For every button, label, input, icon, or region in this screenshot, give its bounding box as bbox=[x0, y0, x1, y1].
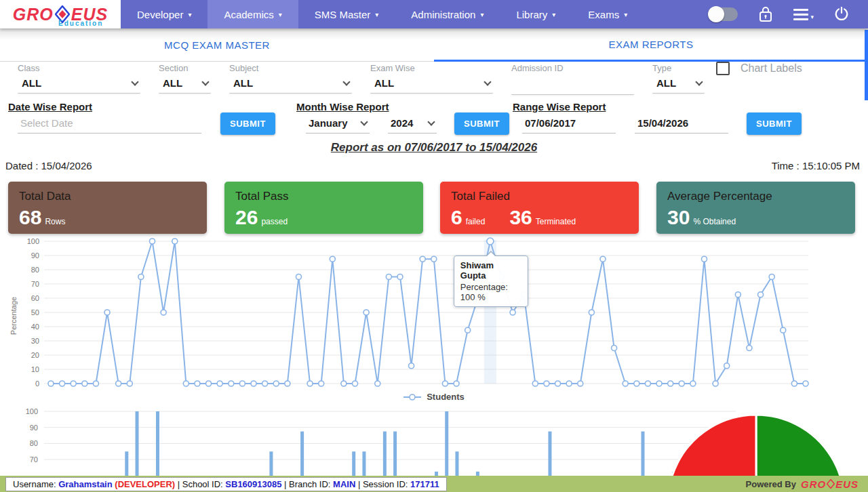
power-icon[interactable] bbox=[834, 7, 849, 22]
month-wise-submit-button[interactable]: SUBMIT bbox=[454, 112, 509, 135]
chevron-down-icon bbox=[131, 78, 138, 85]
nav-item-developer[interactable]: Developer▾ bbox=[121, 0, 208, 28]
chart-labels-label: Chart Labels bbox=[741, 62, 802, 75]
nav-item-library[interactable]: Library▾ bbox=[500, 0, 572, 28]
range-from-date-input[interactable]: 07/06/2017 bbox=[522, 116, 616, 134]
svg-text:70: 70 bbox=[30, 455, 38, 464]
navbar-right-controls: ▾ bbox=[709, 0, 868, 28]
tab-bar: MCQ EXAM MASTER EXAM REPORTS bbox=[0, 28, 868, 62]
chevron-down-icon bbox=[360, 118, 368, 125]
brand-text-left: GRO bbox=[13, 5, 54, 24]
svg-text:50: 50 bbox=[31, 308, 39, 316]
admission-id-label: Admission ID bbox=[511, 63, 634, 73]
nav-item-administration[interactable]: Administration▾ bbox=[395, 0, 500, 28]
footer-brand-right: EUS bbox=[835, 478, 859, 490]
chevron-down-icon bbox=[342, 78, 350, 85]
card-total-data: Total Data68Rows bbox=[8, 182, 207, 234]
date-wise-submit-button[interactable]: SUBMIT bbox=[220, 112, 275, 135]
chart-legend[interactable]: Students bbox=[0, 392, 868, 402]
chevron-down-icon: ▾ bbox=[624, 11, 627, 18]
chevron-down-icon bbox=[201, 78, 209, 85]
nav-item-academics[interactable]: Academics▾ bbox=[208, 0, 298, 28]
nav-item-sms-master[interactable]: SMS Master▾ bbox=[298, 0, 395, 28]
lock-icon[interactable] bbox=[758, 6, 773, 22]
chart-labels-control: Chart Labels bbox=[716, 62, 802, 75]
class-select-value: ALL bbox=[22, 77, 41, 89]
admission-id-filter: Admission ID bbox=[511, 63, 634, 95]
legend-marker-icon bbox=[403, 394, 421, 401]
month-wise-report-title: Month Wise Report bbox=[296, 101, 389, 112]
session-info-segment: | School ID: bbox=[175, 479, 225, 489]
nav-item-label: Exams bbox=[588, 9, 619, 20]
month-select-value: January bbox=[309, 117, 348, 129]
date-wise-report-title: Date Wise Report bbox=[8, 101, 92, 112]
session-info: Username: Grahamstain (DEVELOPER) | Scho… bbox=[5, 477, 447, 491]
card-values: 26passed bbox=[235, 207, 412, 228]
tab-exam-reports[interactable]: EXAM REPORTS bbox=[434, 28, 868, 62]
svg-text:40: 40 bbox=[31, 323, 39, 331]
range-from-value: 07/06/2017 bbox=[525, 117, 576, 129]
date-wise-date-input[interactable]: Select Date bbox=[18, 116, 201, 134]
session-info-segment: | Session ID: bbox=[355, 479, 410, 489]
range-wise-report-title: Range Wise Report bbox=[513, 101, 606, 112]
exam-wise-filter: Exam Wise ALL bbox=[370, 63, 493, 94]
report-title: Report as on 07/06/2017 to 15/04/2026 bbox=[0, 141, 868, 155]
svg-text:10: 10 bbox=[31, 365, 39, 373]
type-select-value: ALL bbox=[656, 77, 676, 89]
year-select[interactable]: 2024 bbox=[388, 116, 437, 134]
section-select-value: ALL bbox=[163, 77, 182, 89]
range-to-date-input[interactable]: 15/04/2026 bbox=[635, 116, 728, 134]
theme-toggle-switch[interactable] bbox=[709, 7, 738, 21]
svg-text:100: 100 bbox=[26, 407, 38, 415]
hamburger-menu-icon[interactable]: ▾ bbox=[793, 9, 814, 20]
subject-select[interactable]: ALL bbox=[229, 77, 352, 94]
session-info-segment: SB160913085 bbox=[225, 479, 281, 489]
nav-item-label: Academics bbox=[224, 9, 273, 20]
percentage-line-chart: 0102030405060708090100Percentage Shiwam … bbox=[0, 237, 868, 407]
card-unit: passed bbox=[261, 217, 288, 226]
brand-tagline: Education bbox=[58, 20, 103, 27]
type-select[interactable]: ALL bbox=[652, 77, 705, 94]
month-select[interactable]: January bbox=[306, 116, 370, 134]
chevron-down-icon bbox=[427, 118, 435, 125]
footer-brand-left: GRO bbox=[801, 478, 826, 490]
svg-text:Percentage: Percentage bbox=[9, 297, 18, 335]
admission-id-input[interactable] bbox=[511, 77, 634, 95]
svg-text:80: 80 bbox=[31, 266, 39, 274]
summary-cards: Total Data68RowsTotal Pass26passedTotal … bbox=[0, 182, 868, 234]
chevron-down-icon bbox=[484, 78, 491, 85]
session-info-segment: | Branch ID: bbox=[281, 479, 333, 489]
nav-item-exams[interactable]: Exams▾ bbox=[572, 0, 644, 28]
card-unit: Rows bbox=[45, 217, 65, 226]
tab-mcq-exam-master[interactable]: MCQ EXAM MASTER bbox=[0, 28, 434, 62]
card-unit: % Obtained bbox=[693, 217, 736, 226]
chevron-down-icon: ▾ bbox=[279, 11, 282, 18]
filters-row: Class ALL Section ALL Subject ALL Exam W… bbox=[0, 62, 868, 100]
card-values: 68Rows bbox=[19, 207, 196, 228]
range-wise-submit-button[interactable]: SUBMIT bbox=[747, 112, 802, 135]
nav-item-label: Developer bbox=[137, 9, 183, 20]
chevron-down-icon bbox=[695, 78, 703, 85]
exam-wise-select[interactable]: ALL bbox=[370, 77, 493, 94]
chevron-down-icon: ▾ bbox=[188, 11, 191, 18]
pie-chart-svg[interactable] bbox=[651, 407, 868, 476]
tooltip-student-name: Shiwam Gupta bbox=[460, 260, 521, 281]
hamburger-bars bbox=[793, 9, 808, 20]
card-unit: failed bbox=[466, 217, 486, 226]
exam-reports-page: GRO EUS Education Developer▾Academics▾SM… bbox=[0, 0, 868, 492]
card-value: 30 bbox=[667, 207, 690, 228]
section-filter-label: Section bbox=[159, 63, 211, 73]
section-select[interactable]: ALL bbox=[159, 77, 211, 94]
footer-brand-logo[interactable]: GRO EUS bbox=[801, 478, 859, 490]
session-info-segment: (DEVELOPER) bbox=[115, 479, 175, 489]
card-value: 36 bbox=[509, 207, 532, 228]
line-chart-svg[interactable]: 0102030405060708090100Percentage bbox=[0, 237, 868, 390]
navbar: GRO EUS Education Developer▾Academics▾SM… bbox=[0, 0, 868, 28]
svg-text:90: 90 bbox=[31, 251, 39, 260]
brand-logo[interactable]: GRO EUS Education bbox=[0, 0, 121, 28]
chart-labels-checkbox[interactable] bbox=[716, 62, 730, 75]
class-select[interactable]: ALL bbox=[18, 77, 140, 94]
bottom-charts: 100908070 bbox=[0, 407, 868, 476]
subject-select-value: ALL bbox=[233, 77, 253, 89]
card-value: 26 bbox=[235, 207, 258, 228]
